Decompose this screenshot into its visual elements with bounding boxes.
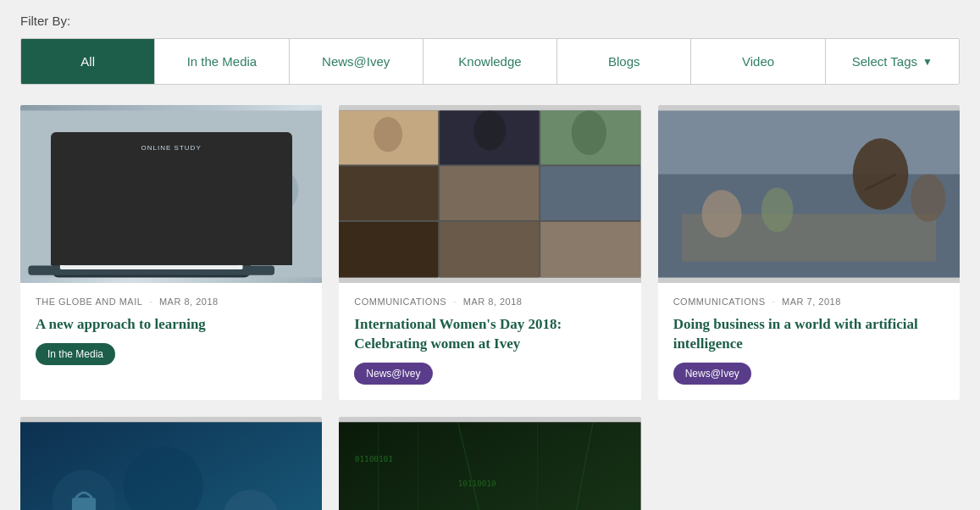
page-wrapper: Filter By: All In the Media News@Ivey Kn… [0,0,980,510]
card-2-body: COMMUNICATIONS · MAR 8, 2018 Internation… [339,283,640,400]
card-2-title: International Women's Day 2018: Celebrat… [354,315,625,354]
svg-text:01100101: 01100101 [355,454,393,463]
card-3-title: Doing business in a world with artificia… [673,315,944,354]
svg-rect-15 [339,222,438,278]
svg-rect-34 [72,497,96,510]
card-3: COMMUNICATIONS · MAR 7, 2018 Doing busin… [658,105,960,400]
svg-rect-17 [541,222,641,278]
card-1-meta: THE GLOBE AND MAIL · MAR 8, 2018 [36,297,307,307]
filter-knowledge-button[interactable]: Knowledge [424,39,557,84]
svg-rect-1 [53,150,251,277]
filter-video-button[interactable]: Video [691,39,825,84]
svg-text:10110010: 10110010 [458,478,496,487]
filter-select-tags-button[interactable]: Select Tags ▼ [826,39,959,84]
svg-rect-6 [64,178,239,265]
svg-rect-14 [541,166,641,220]
card-1-body: THE GLOBE AND MAIL · MAR 8, 2018 A new a… [20,283,322,400]
filter-bar: All In the Media News@Ivey Knowledge Blo… [20,38,960,85]
svg-point-20 [572,111,606,156]
card-3-body: COMMUNICATIONS · MAR 7, 2018 Doing busin… [658,283,960,400]
svg-rect-3 [60,158,243,269]
card-5: 01100101 10110010 11001010 01011001 [339,417,640,510]
svg-point-7 [251,166,298,213]
svg-rect-0 [20,111,322,278]
svg-point-27 [911,175,945,222]
chevron-down-icon: ▼ [922,56,933,68]
card-2-source: COMMUNICATIONS [354,297,446,307]
svg-rect-12 [339,166,438,220]
svg-point-25 [761,187,794,232]
card-3-source: COMMUNICATIONS [673,297,766,307]
cards-grid: ONLINE STUDY THE GLOBE AND MAIL · MAR 8,… [20,105,960,510]
card-1-image: ONLINE STUDY [20,105,322,283]
card-2-meta: COMMUNICATIONS · MAR 8, 2018 [354,297,625,307]
filter-all-button[interactable]: All [21,39,155,84]
svg-rect-13 [440,166,539,220]
svg-point-24 [701,190,741,237]
svg-text:ONLINE STUDY: ONLINE STUDY [100,165,153,174]
filter-in-the-media-button[interactable]: In the Media [155,39,289,84]
card-3-date: MAR 7, 2018 [782,297,841,307]
card-3-tag-button[interactable]: News@Ivey [673,363,751,385]
svg-rect-36 [339,422,640,510]
card-2: COMMUNICATIONS · MAR 8, 2018 Internation… [339,105,640,400]
card-2-tag-button[interactable]: News@Ivey [354,363,432,385]
card-3-dot: · [772,297,776,307]
card-4 [20,417,322,510]
card-1-source: THE GLOBE AND MAIL [36,297,142,307]
svg-rect-4 [64,162,239,174]
card-2-image [339,105,640,283]
card-1-dot: · [149,297,152,307]
filter-news-at-ivey-button[interactable]: News@Ivey [290,39,424,84]
card-1: ONLINE STUDY THE GLOBE AND MAIL · MAR 8,… [20,105,322,400]
svg-point-19 [474,111,507,151]
card-1-date: MAR 8, 2018 [159,297,219,307]
svg-point-26 [852,138,908,209]
card-1-title: A new approach to learning [36,315,307,335]
card-2-date: MAR 8, 2018 [463,297,523,307]
filter-blogs-button[interactable]: Blogs [557,39,691,84]
card-3-image [658,105,960,283]
card-4-image [20,417,322,510]
filter-label: Filter By: [20,14,960,28]
card-2-dot: · [453,297,457,307]
svg-rect-16 [440,222,539,278]
svg-point-18 [374,117,403,152]
select-tags-label: Select Tags [852,54,917,69]
card-3-meta: COMMUNICATIONS · MAR 7, 2018 [673,297,944,307]
card-5-image: 01100101 10110010 11001010 01011001 [339,417,640,510]
card-1-tag-button[interactable]: In the Media [36,343,115,365]
